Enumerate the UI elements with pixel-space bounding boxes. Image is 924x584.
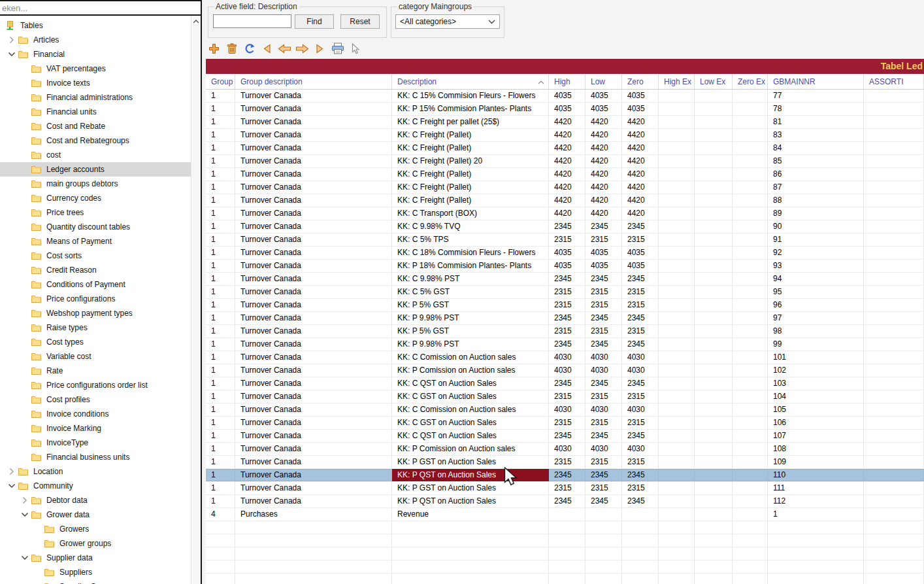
scrollbar-up-button[interactable] bbox=[191, 16, 201, 27]
sidebar-search-input[interactable] bbox=[0, 1, 201, 14]
column-header-high[interactable]: High bbox=[549, 74, 586, 89]
tree-item-grower-data[interactable]: Grower data bbox=[0, 507, 191, 522]
chevron-down-icon[interactable] bbox=[18, 512, 31, 517]
column-header-low-ex[interactable]: Low Ex bbox=[695, 74, 733, 89]
table-row[interactable]: 1Turnover CanadaKK: P GST on Auction Sal… bbox=[206, 456, 924, 469]
tree-item-cost-and-rebategroups[interactable]: Cost and Rebategroups bbox=[0, 133, 191, 148]
table-row[interactable]: 1Turnover CanadaKK: P 18% Commision Plan… bbox=[206, 260, 924, 273]
tree-item-variable-cost[interactable]: Variable cost bbox=[0, 349, 191, 364]
last-record-button[interactable] bbox=[312, 41, 327, 56]
column-header-high-ex[interactable]: High Ex bbox=[659, 74, 695, 89]
table-row[interactable]: 1Turnover CanadaKK: C Comission on Aucti… bbox=[206, 404, 924, 417]
tree-item-price-trees[interactable]: Price trees bbox=[0, 205, 191, 220]
tree-item-webshop-payment-types[interactable]: Webshop payment types bbox=[0, 306, 191, 320]
table-row[interactable]: 1Turnover CanadaKK: C Freight (Pallet) 2… bbox=[206, 155, 924, 168]
table-row[interactable]: 1Turnover CanadaKK: C Freight per pallet… bbox=[206, 116, 924, 129]
table-row[interactable]: 1Turnover CanadaKK: P 5% GST231523152315… bbox=[206, 299, 924, 312]
tree-item-conditions-of-payment[interactable]: Conditions of Payment bbox=[0, 277, 191, 292]
table-row[interactable]: 1Turnover CanadaKK: C QST on Auction Sal… bbox=[206, 377, 924, 390]
table-row[interactable]: 1Turnover CanadaKK: C 9.98% PST234523452… bbox=[206, 273, 924, 286]
table-row[interactable]: 1Turnover CanadaKK: C Freight (Pallet)44… bbox=[206, 142, 924, 155]
find-button[interactable]: Find bbox=[295, 14, 334, 29]
tree-item-location[interactable]: Location bbox=[0, 464, 191, 479]
table-row[interactable]: 1Turnover CanadaKK: C Freight (Pallet)44… bbox=[206, 129, 924, 142]
tree-item-rate[interactable]: Rate bbox=[0, 364, 191, 378]
tree-item-financial-units[interactable]: Financial units bbox=[0, 105, 191, 119]
refresh-button[interactable] bbox=[242, 41, 257, 56]
previous-record-button[interactable] bbox=[277, 41, 292, 56]
table-row-empty[interactable] bbox=[206, 521, 924, 534]
column-header-gbmainnr[interactable]: GBMAINNR bbox=[768, 74, 864, 89]
tree-item-cost-and-rebate[interactable]: Cost and Rebate bbox=[0, 119, 191, 133]
table-row[interactable]: 1Turnover CanadaKK: C 5% TPS231523152315… bbox=[206, 233, 924, 247]
chevron-right-icon[interactable] bbox=[5, 36, 18, 44]
tree-item-cost-sorts[interactable]: Cost sorts bbox=[0, 249, 191, 263]
table-row[interactable]: 1Turnover CanadaKK: P 5% GST231523152315… bbox=[206, 325, 924, 338]
table-row-empty[interactable] bbox=[206, 574, 924, 584]
table-row[interactable]: 1Turnover CanadaKK: C Comission on Aucti… bbox=[206, 351, 924, 364]
tree-scrollbar[interactable] bbox=[191, 16, 201, 584]
table-row[interactable]: 4PurchasesRevenue1 bbox=[206, 508, 924, 521]
tree-item-currency-codes[interactable]: Currency codes bbox=[0, 191, 191, 205]
print-button[interactable] bbox=[330, 41, 345, 56]
tree-item-means-of-payment[interactable]: Means of Payment bbox=[0, 234, 191, 249]
tree-item-raise-types[interactable]: Raise types bbox=[0, 320, 191, 335]
table-row[interactable]: 1Turnover CanadaKK: C GST on Auction Sal… bbox=[206, 390, 924, 404]
tree-item-quantity-discount-tables[interactable]: Quantity discount tables bbox=[0, 220, 191, 234]
tree-item-supplier-groups[interactable]: Supplier Groups bbox=[0, 579, 191, 584]
column-header-description[interactable]: Description bbox=[392, 74, 549, 89]
add-button[interactable] bbox=[206, 41, 222, 56]
chevron-right-icon[interactable] bbox=[5, 468, 18, 475]
tree-item-price-configurations[interactable]: Price configurations bbox=[0, 292, 191, 306]
table-row-empty[interactable] bbox=[206, 547, 924, 560]
table-row[interactable]: 1Turnover CanadaKK: C GST on Auction Sal… bbox=[206, 417, 924, 430]
table-row[interactable]: 1Turnover CanadaKK: C Freight (Pallet)44… bbox=[206, 168, 924, 181]
tree-item-tables[interactable]: Tables bbox=[0, 18, 191, 33]
next-record-button[interactable] bbox=[295, 41, 310, 56]
tree-item-financial-administrations[interactable]: Financial administrations bbox=[0, 90, 191, 105]
table-row[interactable]: 1Turnover CanadaKK: P Comission on Aucti… bbox=[206, 364, 924, 377]
column-header-low[interactable]: Low bbox=[586, 74, 622, 89]
table-row[interactable]: 1Turnover CanadaKK: P Comission on Aucti… bbox=[206, 443, 924, 456]
delete-button[interactable] bbox=[224, 41, 239, 56]
reset-button[interactable]: Reset bbox=[340, 14, 380, 29]
table-row-empty[interactable] bbox=[206, 560, 924, 574]
table-row[interactable]: 1Turnover CanadaKK: C Freight (Pallet)44… bbox=[206, 194, 924, 207]
tree-item-financial-business-units[interactable]: Financial business units bbox=[0, 450, 191, 464]
table-row[interactable]: 1Turnover CanadaKK: C 18% Commision Fleu… bbox=[206, 247, 924, 260]
tree-item-ledger-accounts[interactable]: Ledger accounts bbox=[0, 162, 191, 177]
table-row[interactable]: 1Turnover CanadaKK: P QST on Auction Sal… bbox=[206, 495, 924, 508]
tree-item-invoice-texts[interactable]: Invoice texts bbox=[0, 76, 191, 90]
tree-item-community[interactable]: Community bbox=[0, 479, 191, 493]
table-row[interactable]: 1Turnover CanadaKK: P 15% Commision Plan… bbox=[206, 103, 924, 116]
column-header-zero[interactable]: Zero bbox=[622, 74, 659, 89]
tree-item-credit-reason[interactable]: Credit Reason bbox=[0, 263, 191, 277]
table-row[interactable]: 1Turnover CanadaKK: C 15% Commision Fleu… bbox=[206, 90, 924, 103]
category-dropdown[interactable]: <All categories> bbox=[395, 14, 500, 29]
tree-item-invoice-marking[interactable]: Invoice Marking bbox=[0, 421, 191, 436]
select-tool-button[interactable] bbox=[348, 41, 363, 56]
tree-item-price-configurations-order-list[interactable]: Price configurations order list bbox=[0, 378, 191, 392]
first-record-button[interactable] bbox=[259, 41, 274, 56]
table-row[interactable]: 1Turnover CanadaKK: C Freight (Pallet)44… bbox=[206, 181, 924, 194]
chevron-right-icon[interactable] bbox=[18, 496, 31, 504]
chevron-down-icon[interactable] bbox=[18, 555, 31, 560]
tree-item-growers[interactable]: Growers bbox=[0, 522, 191, 536]
column-header-assorti[interactable]: ASSORTI bbox=[864, 74, 924, 89]
tree-item-vat-percentages[interactable]: VAT percentages bbox=[0, 61, 191, 76]
tree-item-cost[interactable]: cost bbox=[0, 148, 191, 162]
chevron-down-icon[interactable] bbox=[5, 52, 18, 57]
table-row[interactable]: 1Turnover CanadaKK: P GST on Auction Sal… bbox=[206, 482, 924, 495]
column-header-group-description[interactable]: Group description bbox=[235, 74, 392, 89]
table-row-empty[interactable] bbox=[206, 534, 924, 547]
table-row[interactable]: 1Turnover CanadaKK: C 5% GST231523152315… bbox=[206, 286, 924, 299]
table-row[interactable]: 1Turnover CanadaKK: C Transport (BOX)442… bbox=[206, 207, 924, 220]
table-row[interactable]: 1Turnover CanadaKK: P 9.98% PST234523452… bbox=[206, 338, 924, 351]
tree-item-cost-types[interactable]: Cost types bbox=[0, 335, 191, 349]
tree-item-debtor-data[interactable]: Debtor data bbox=[0, 493, 191, 507]
tree-item-suppliers[interactable]: Suppliers bbox=[0, 565, 191, 579]
table-row[interactable]: 1Turnover CanadaKK: P 9.98% PST234523452… bbox=[206, 312, 924, 325]
tree-item-supplier-data[interactable]: Supplier data bbox=[0, 551, 191, 565]
tree-item-main-groups-debtors[interactable]: main groups debtors bbox=[0, 177, 191, 191]
chevron-down-icon[interactable] bbox=[5, 483, 18, 489]
